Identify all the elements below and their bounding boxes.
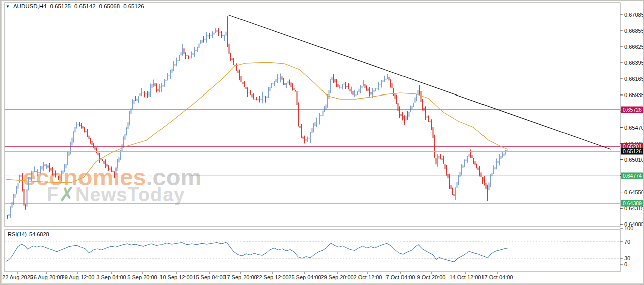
x-axis-label: 22 Sep 12:00 [256,274,288,280]
quote-open: 0.65125 [50,3,71,9]
x-axis-label: 10 Sep 12:00 [159,274,192,280]
rsi-axis-label: 30 [624,255,630,261]
rsi-axis-label: 70 [624,239,630,245]
quote-close: 0.65126 [123,3,144,9]
level-price-badge[interactable]: 0.64389 [621,200,644,206]
x-axis-label: 14 Oct 12:00 [450,274,481,280]
y-axis-label: 0.65010 [624,157,644,163]
y-axis-label: 0.64550 [624,189,644,195]
x-axis-label: 15 Sep 04:00 [193,274,225,280]
level-price-badge[interactable]: 0.65726 [621,107,644,113]
x-axis-label: 5 Sep 20:00 [127,274,157,280]
rsi-indicator-header: RSI(14)54.6828 [8,231,49,237]
chart-header: ▼AUDUSD,H40.651250.651420.650680.65126 [6,3,144,9]
x-axis-label: 7 Oct 04:00 [386,274,415,280]
rsi-axis-label: 100 [624,225,633,231]
y-axis-label: 0.66165 [624,76,644,82]
quote-high: 0.65142 [74,3,96,9]
x-axis-label: 2 Oct 12:00 [354,274,382,280]
x-axis-label: 17 Sep 20:00 [224,274,257,280]
x-axis-label: 25 Sep 04:00 [288,274,321,280]
symbol-timeframe-label: AUDUSD,H4 [13,3,46,9]
x-axis-label: 22 Aug 2025 [2,274,33,280]
x-axis-label: 3 Sep 04:00 [96,274,126,280]
x-axis-label: 26 Aug 20:00 [31,274,63,280]
y-axis-label: 0.66395 [624,60,644,66]
current-price-badge: 0.65126 [621,148,644,155]
y-axis-label: 0.66625 [624,44,644,50]
y-axis-label: 0.67085 [624,12,644,18]
rsi-axis-label: 0 [624,261,627,267]
y-axis-label: 0.65935 [624,92,644,98]
x-axis-label: 17 Oct 04:00 [481,274,513,280]
y-axis-label: 0.66855 [624,28,644,34]
x-axis-label: 29 Aug 12:00 [62,274,95,280]
rsi-indicator-label: RSI(14) [8,231,27,237]
quote-low: 0.65068 [99,3,120,9]
collapse-chart-icon[interactable]: ▼ [6,4,10,9]
x-axis-label: 9 Oct 20:00 [417,274,446,280]
level-price-badge[interactable]: 0.64774 [621,173,644,179]
x-axis-label: 29 Sep 20:00 [320,274,353,280]
chart-window: economies.com F✗NewsToday ▼AUDUSD,H40.65… [0,0,644,285]
y-axis-label: 0.65470 [624,125,644,131]
rsi-indicator-value: 54.6828 [29,231,49,237]
axis-labels-layer: 0.670850.668550.666250.663950.661650.659… [1,1,644,285]
